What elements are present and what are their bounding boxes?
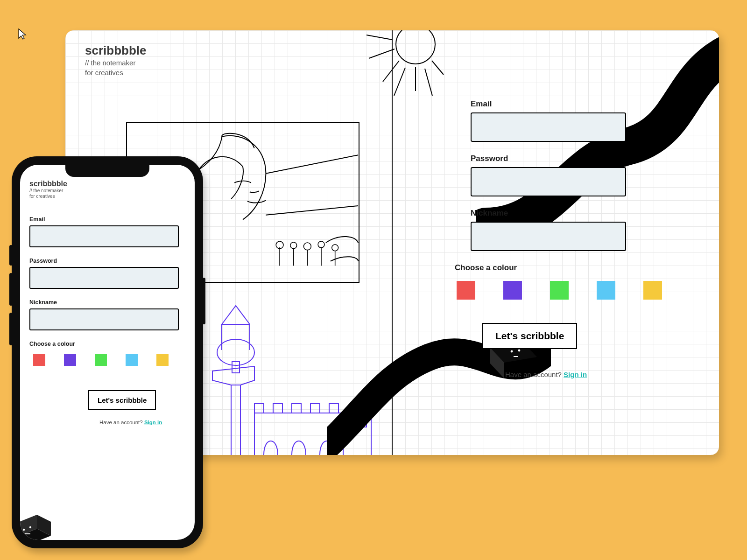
phone-volume-down: [9, 313, 13, 345]
colour-swatches: [457, 281, 662, 300]
have-account-row: Have an account? Sign in: [505, 371, 639, 378]
mobile-sign-in-link[interactable]: Sign in: [144, 420, 162, 425]
svg-point-0: [396, 30, 435, 64]
mobile-swatch-yellow[interactable]: [156, 354, 169, 366]
choose-colour-label: Choose a colour: [455, 263, 639, 273]
svg-point-11: [290, 242, 297, 249]
svg-line-2: [383, 61, 399, 82]
mobile-swatch-purple[interactable]: [64, 354, 76, 366]
mobile-have-account-row: Have an account? Sign in: [99, 420, 184, 425]
phone-volume-up: [9, 273, 13, 306]
sign-in-link[interactable]: Sign in: [564, 371, 587, 378]
svg-line-4: [369, 49, 395, 58]
password-label: Password: [471, 154, 639, 163]
mobile-brand-name: scribbbble: [29, 180, 67, 188]
lets-scribbble-button[interactable]: Let's scribbble: [482, 323, 577, 349]
email-label: Email: [471, 99, 639, 109]
cursor-icon: [18, 28, 27, 40]
phone-mockup: scribbbble // the notemaker for creative…: [12, 156, 203, 548]
mobile-nickname-label: Nickname: [29, 299, 184, 306]
mobile-brand-tagline-1: // the notemaker: [29, 188, 67, 194]
mobile-choose-colour-label: Choose a colour: [29, 341, 184, 347]
have-account-text: Have an account?: [505, 371, 564, 378]
mobile-swatch-red[interactable]: [33, 354, 45, 366]
colour-swatch-yellow[interactable]: [643, 281, 662, 300]
sun-doodle-icon: [345, 30, 448, 128]
svg-line-5: [366, 35, 392, 40]
colour-swatch-green[interactable]: [550, 281, 569, 300]
mobile-swatch-blue[interactable]: [126, 354, 138, 366]
brand-tagline-1: // the notemaker: [85, 59, 146, 68]
password-input[interactable]: [471, 167, 626, 196]
brand-block: scribbbble // the notemaker for creative…: [85, 43, 146, 77]
svg-rect-19: [232, 362, 240, 373]
svg-line-6: [394, 68, 405, 96]
signup-form: Email Password Nickname Choose a colour …: [471, 99, 639, 378]
svg-point-25: [29, 526, 31, 528]
colour-swatch-blue[interactable]: [597, 281, 615, 300]
svg-rect-20: [357, 413, 366, 427]
colour-swatch-red[interactable]: [457, 281, 475, 300]
mobile-swatch-green[interactable]: [95, 354, 107, 366]
phone-screen: scribbbble // the notemaker for creative…: [20, 165, 195, 540]
svg-point-24: [23, 529, 25, 531]
mobile-colour-swatches: [33, 354, 184, 366]
nickname-label: Nickname: [471, 209, 639, 218]
brand-tagline-2: for creatives: [85, 69, 146, 77]
svg-rect-26: [25, 533, 30, 534]
castle-doodle-icon: [203, 296, 399, 455]
mobile-lets-scribbble-button[interactable]: Let's scribbble: [88, 390, 156, 410]
mobile-password-input[interactable]: [29, 267, 179, 289]
phone-notch: [65, 165, 149, 177]
svg-point-15: [318, 241, 324, 248]
email-input[interactable]: [471, 112, 626, 142]
svg-point-17: [332, 245, 338, 251]
svg-point-13: [303, 243, 311, 250]
phone-mute-switch: [9, 245, 13, 266]
mobile-signup-form: Email Password Nickname Choose a colour …: [29, 216, 184, 425]
mobile-brand-block: scribbbble // the notemaker for creative…: [29, 180, 67, 199]
mobile-email-label: Email: [29, 216, 184, 223]
mobile-have-account-text: Have an account?: [99, 420, 144, 425]
brand-name: scribbbble: [85, 43, 146, 58]
mobile-email-input[interactable]: [29, 225, 179, 247]
mobile-nickname-input[interactable]: [29, 308, 179, 330]
svg-line-3: [432, 61, 444, 75]
mobile-password-label: Password: [29, 258, 184, 264]
mobile-cube-icon: [20, 487, 70, 540]
nickname-input[interactable]: [471, 222, 626, 251]
svg-line-7: [425, 69, 432, 96]
colour-swatch-purple[interactable]: [503, 281, 522, 300]
mobile-brand-tagline-2: for creatives: [29, 194, 67, 199]
phone-power-button: [202, 278, 205, 324]
